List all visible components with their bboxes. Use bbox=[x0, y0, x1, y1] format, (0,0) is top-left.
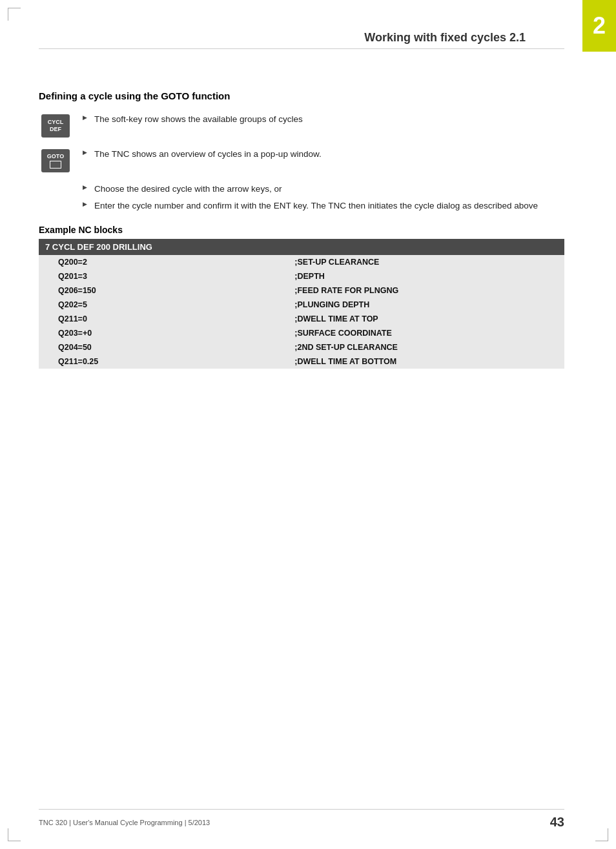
table-row: Q202=5;PLUNGING DEPTH bbox=[39, 298, 564, 312]
standalone-bullets: Choose the desired cycle with the arrow … bbox=[83, 183, 564, 213]
corner-mark-tl bbox=[8, 8, 21, 21]
goto-bullet: The TNC shows an overview of cycles in a… bbox=[83, 148, 564, 161]
nc-param: Q202=5 bbox=[39, 298, 275, 312]
chapter-tab: 2 bbox=[582, 0, 616, 52]
nc-comment: ;FEED RATE FOR PLNGNG bbox=[275, 283, 564, 298]
nc-param: Q200=2 bbox=[39, 255, 275, 269]
goto-bullets: The TNC shows an overview of cycles in a… bbox=[83, 148, 564, 165]
footer-copyright: TNC 320 | User's Manual Cycle Programmin… bbox=[39, 819, 210, 826]
nc-comment: ;DWELL TIME AT BOTTOM bbox=[275, 354, 564, 369]
nc-param: Q211=0 bbox=[39, 312, 275, 326]
table-row: Q201=3;DEPTH bbox=[39, 269, 564, 283]
header-title: Working with fixed cycles 2.1 bbox=[39, 31, 564, 45]
table-row: Q204=50;2ND SET-UP CLEARANCE bbox=[39, 340, 564, 354]
example-heading: Example NC blocks bbox=[39, 225, 564, 235]
nc-table-header-cell: 7 CYCL DEF 200 DRILLING bbox=[39, 239, 564, 255]
table-row: Q211=0;DWELL TIME AT TOP bbox=[39, 312, 564, 326]
table-row: Q203=+0;SURFACE COORDINATE bbox=[39, 326, 564, 340]
nc-comment: ;SURFACE COORDINATE bbox=[275, 326, 564, 340]
table-row: Q200=2;SET-UP CLEARANCE bbox=[39, 255, 564, 269]
goto-key: GOTO bbox=[41, 149, 70, 172]
nc-param: Q204=50 bbox=[39, 340, 275, 354]
nc-param: Q211=0.25 bbox=[39, 354, 275, 369]
corner-mark-bl bbox=[8, 828, 21, 841]
nc-param: Q206=150 bbox=[39, 283, 275, 298]
choose-bullet: Choose the desired cycle with the arrow … bbox=[83, 183, 564, 196]
section-heading: Defining a cycle using the GOTO function bbox=[39, 90, 564, 101]
nc-comment: ;DWELL TIME AT TOP bbox=[275, 312, 564, 326]
goto-row: GOTO The TNC shows an overview of cycles… bbox=[39, 148, 564, 172]
cycl-def-key-icon: CYCL DEF bbox=[39, 113, 72, 138]
cycl-label: CYCL bbox=[48, 119, 64, 126]
chapter-number: 2 bbox=[593, 12, 606, 39]
cycl-def-row: CYCL DEF The soft-key row shows the avai… bbox=[39, 113, 564, 138]
nc-comment: ;DEPTH bbox=[275, 269, 564, 283]
cycl-def-bullets: The soft-key row shows the available gro… bbox=[83, 113, 564, 130]
goto-text: GOTO bbox=[47, 153, 64, 161]
table-row: Q206=150;FEED RATE FOR PLNGNG bbox=[39, 283, 564, 298]
nc-table-body: Q200=2;SET-UP CLEARANCEQ201=3;DEPTHQ206=… bbox=[39, 255, 564, 369]
table-row: Q211=0.25;DWELL TIME AT BOTTOM bbox=[39, 354, 564, 369]
nc-table-header-row: 7 CYCL DEF 200 DRILLING bbox=[39, 239, 564, 255]
corner-mark-br bbox=[595, 828, 608, 841]
nc-comment: ;2ND SET-UP CLEARANCE bbox=[275, 340, 564, 354]
page-footer: TNC 320 | User's Manual Cycle Programmin… bbox=[39, 809, 564, 830]
enter-bullet: Enter the cycle number and confirm it wi… bbox=[83, 199, 564, 212]
nc-param: Q203=+0 bbox=[39, 326, 275, 340]
def-label: DEF bbox=[50, 126, 61, 133]
nc-table: 7 CYCL DEF 200 DRILLING Q200=2;SET-UP CL… bbox=[39, 239, 564, 369]
goto-key-icon: GOTO bbox=[39, 148, 72, 172]
cycl-def-bullet: The soft-key row shows the available gro… bbox=[83, 113, 564, 126]
page-container: 2 Working with fixed cycles 2.1 Defining… bbox=[0, 0, 616, 849]
nc-comment: ;SET-UP CLEARANCE bbox=[275, 255, 564, 269]
nc-param: Q201=3 bbox=[39, 269, 275, 283]
page-header: Working with fixed cycles 2.1 bbox=[39, 31, 564, 49]
goto-box bbox=[50, 161, 61, 169]
footer-page-number: 43 bbox=[550, 815, 564, 830]
cycl-def-key: CYCL DEF bbox=[41, 114, 70, 138]
nc-comment: ;PLUNGING DEPTH bbox=[275, 298, 564, 312]
main-content: Defining a cycle using the GOTO function… bbox=[39, 90, 564, 369]
